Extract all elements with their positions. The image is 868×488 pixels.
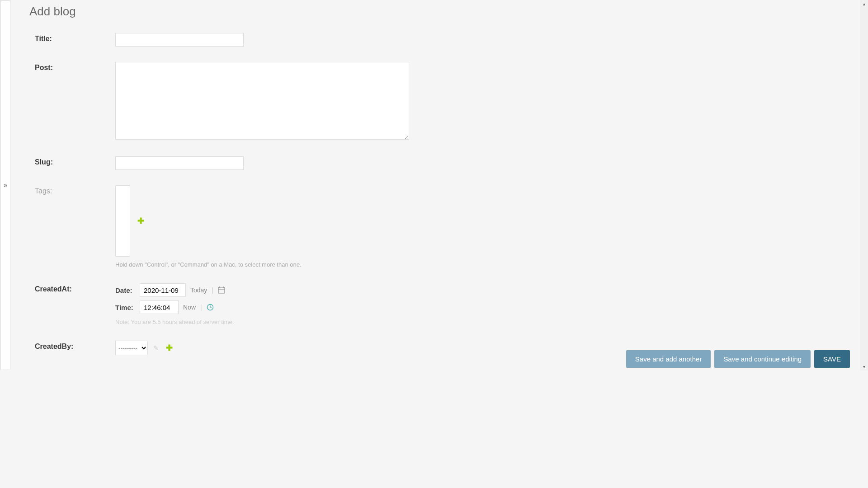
tz-note: Note: You are 5.5 hours ahead of server … xyxy=(115,319,868,325)
now-link[interactable]: Now xyxy=(183,304,196,311)
calendar-icon[interactable] xyxy=(218,286,225,294)
main-content: Add blog Title: Post: Slug: Tags: ✚ Hold… xyxy=(29,0,868,355)
save-button[interactable]: SAVE xyxy=(814,350,850,368)
title-input[interactable] xyxy=(115,33,244,47)
slug-label: Slug: xyxy=(35,156,115,166)
createdat-label: CreatedAt: xyxy=(35,283,115,293)
slug-input[interactable] xyxy=(115,156,244,170)
submit-row: Save and add another Save and continue e… xyxy=(626,350,850,368)
chevron-right-icon: » xyxy=(4,181,8,189)
post-textarea[interactable] xyxy=(115,62,409,140)
scroll-down-icon[interactable]: ▾ xyxy=(860,363,868,371)
time-input[interactable] xyxy=(140,300,179,314)
title-label: Title: xyxy=(35,33,115,43)
tags-select[interactable] xyxy=(115,185,130,257)
pencil-icon[interactable]: ✎ xyxy=(153,344,159,352)
row-post: Post: xyxy=(29,62,868,141)
row-title: Title: xyxy=(29,33,868,47)
sidebar-expand[interactable]: » xyxy=(0,0,10,370)
today-link[interactable]: Today xyxy=(190,286,207,294)
save-add-another-button[interactable]: Save and add another xyxy=(626,350,711,368)
scroll-up-icon[interactable]: ▴ xyxy=(860,0,868,8)
page-title: Add blog xyxy=(29,5,868,19)
save-continue-button[interactable]: Save and continue editing xyxy=(714,350,811,368)
createdby-select[interactable]: --------- xyxy=(115,341,148,355)
plus-icon[interactable]: ✚ xyxy=(166,343,173,353)
post-label: Post: xyxy=(35,62,115,72)
svg-rect-0 xyxy=(218,287,225,293)
date-input[interactable] xyxy=(140,283,186,297)
tags-help-text: Hold down "Control", or "Command" on a M… xyxy=(115,261,868,268)
time-sublabel: Time: xyxy=(115,304,135,311)
row-slug: Slug: xyxy=(29,156,868,170)
tags-label: Tags: xyxy=(35,185,115,195)
row-createdat: CreatedAt: Date: Today | Time: Now | xyxy=(29,283,868,325)
scrollbar-vertical[interactable]: ▴ ▾ xyxy=(860,0,868,371)
createdby-label: CreatedBy: xyxy=(35,341,115,351)
plus-icon[interactable]: ✚ xyxy=(137,216,144,226)
clock-icon[interactable] xyxy=(207,304,214,311)
date-sublabel: Date: xyxy=(115,286,135,294)
row-tags: Tags: ✚ Hold down "Control", or "Command… xyxy=(29,185,868,268)
